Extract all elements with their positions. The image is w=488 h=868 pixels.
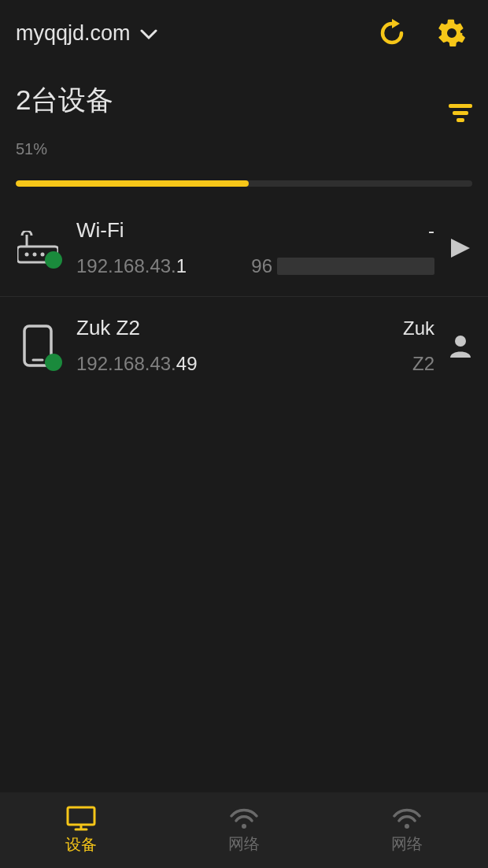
device-action-flag[interactable] [449,236,472,260]
refresh-button[interactable] [378,19,406,47]
device-summary: 2台设备 51% [0,63,488,187]
gear-icon [438,19,466,47]
scan-progress-bar [16,180,472,187]
router-icon [16,231,59,265]
device-list: Wi-Fi - 192.168.43.1 96 [0,199,488,394]
header-actions [378,19,472,47]
device-ip: 192.168.43.49 [76,353,198,375]
device-ip: 192.168.43.1 [76,255,187,277]
filter-button[interactable] [449,104,472,126]
wifi-icon [228,807,260,830]
device-count: 2台设备 [16,82,113,119]
refresh-icon [378,19,406,47]
monitor-icon [66,806,96,831]
scan-progress-fill [16,180,249,187]
device-item-router[interactable]: Wi-Fi - 192.168.43.1 96 [0,199,488,297]
device-name: Zuk Z2 [76,316,140,340]
nav-label: 设备 [65,834,97,855]
nav-tab-devices[interactable]: 设备 [0,792,163,868]
chevron-down-icon [140,21,157,46]
bottom-nav: 设备 网络 网络 [0,792,488,868]
svg-point-5 [24,252,28,256]
device-action-user[interactable] [449,334,472,358]
device-name: Wi-Fi [76,218,124,243]
settings-button[interactable] [438,19,466,47]
svg-rect-0 [449,104,472,108]
device-vendor: - [428,220,434,242]
device-model: Z2 [412,353,434,375]
svg-point-7 [40,252,44,256]
device-vendor: Zuk [403,317,434,339]
nav-tab-network-2[interactable]: 网络 [325,792,488,868]
svg-rect-11 [68,807,94,825]
svg-point-14 [242,824,246,829]
nav-tab-network-1[interactable]: 网络 [163,792,326,868]
network-dropdown[interactable]: myqqjd.com [16,21,378,46]
svg-point-15 [405,824,409,829]
svg-point-6 [32,252,36,256]
svg-rect-1 [453,111,468,115]
flag-icon [449,236,472,260]
nav-label: 网络 [228,833,260,855]
device-mac: 96 [251,255,434,277]
nav-label: 网络 [391,833,423,855]
wifi-icon [391,807,423,830]
phone-icon [16,324,59,368]
filter-icon [449,104,472,123]
svg-rect-2 [457,118,464,122]
header: myqqjd.com [0,0,488,63]
mac-censored [277,258,434,275]
status-dot-online [45,354,62,371]
user-icon [449,334,472,358]
status-dot-online [45,251,62,269]
svg-point-10 [455,336,466,347]
device-item-phone[interactable]: Zuk Z2 Zuk 192.168.43.49 Z2 [0,297,488,394]
scan-progress-text: 51% [16,140,472,158]
network-name: myqqjd.com [16,21,131,46]
